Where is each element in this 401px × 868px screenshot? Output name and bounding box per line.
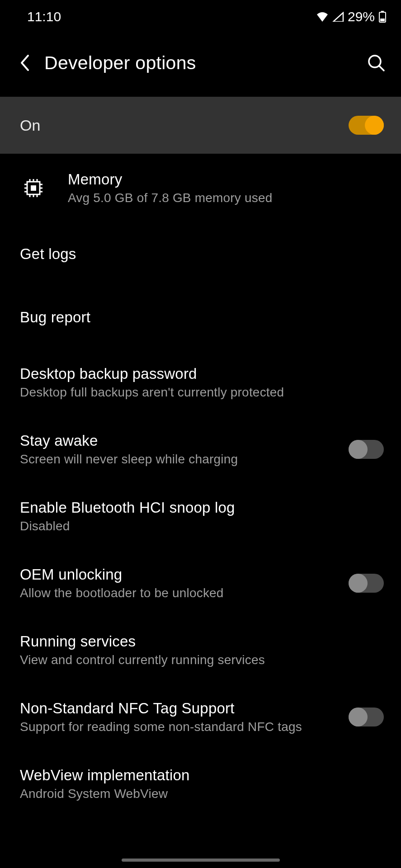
svg-line-4 bbox=[379, 66, 384, 71]
setting-title: Non-Standard NFC Tag Support bbox=[20, 700, 340, 717]
wifi-icon bbox=[316, 12, 329, 22]
back-button[interactable] bbox=[14, 52, 36, 74]
nav-bar-indicator[interactable] bbox=[122, 859, 280, 862]
setting-subtitle: Allow the bootloader to be unlocked bbox=[20, 586, 340, 600]
setting-item-nfc-tag[interactable]: Non-Standard NFC Tag Support Support for… bbox=[0, 684, 401, 750]
setting-item-oem-unlocking[interactable]: OEM unlocking Allow the bootloader to be… bbox=[0, 550, 401, 617]
setting-item-stay-awake[interactable]: Stay awake Screen will never sleep while… bbox=[0, 416, 401, 483]
header: Developer options bbox=[0, 29, 401, 97]
stay-awake-toggle[interactable] bbox=[349, 440, 384, 459]
setting-title: Desktop backup password bbox=[20, 365, 384, 382]
svg-rect-2 bbox=[380, 19, 385, 21]
setting-item-bug-report[interactable]: Bug report bbox=[0, 286, 401, 349]
toggle-knob bbox=[365, 116, 384, 135]
svg-rect-1 bbox=[381, 11, 384, 12]
setting-item-webview[interactable]: WebView implementation Android System We… bbox=[0, 750, 401, 817]
setting-title: Enable Bluetooth HCI snoop log bbox=[20, 499, 384, 516]
setting-title: WebView implementation bbox=[20, 767, 384, 784]
setting-text: Stay awake Screen will never sleep while… bbox=[20, 432, 340, 467]
setting-title: Get logs bbox=[20, 245, 384, 263]
setting-item-get-logs[interactable]: Get logs bbox=[0, 222, 401, 286]
signal-icon bbox=[332, 12, 344, 22]
setting-title: OEM unlocking bbox=[20, 566, 340, 583]
battery-percent: 29% bbox=[348, 9, 375, 24]
master-toggle-label: On bbox=[20, 117, 40, 134]
battery-icon bbox=[378, 10, 387, 23]
search-icon bbox=[367, 54, 385, 72]
setting-text: Running services View and control curren… bbox=[20, 633, 384, 667]
oem-unlocking-toggle[interactable] bbox=[349, 574, 384, 593]
page-title: Developer options bbox=[44, 52, 365, 74]
toggle-knob bbox=[349, 440, 368, 459]
master-toggle-switch[interactable] bbox=[349, 116, 384, 135]
chevron-left-icon bbox=[19, 54, 31, 72]
setting-item-desktop-backup[interactable]: Desktop backup password Desktop full bac… bbox=[0, 349, 401, 416]
setting-subtitle: Desktop full backups aren't currently pr… bbox=[20, 385, 384, 400]
status-bar: 11:10 29% bbox=[0, 0, 401, 29]
setting-title: Bug report bbox=[20, 309, 384, 326]
status-right: 29% bbox=[316, 9, 387, 24]
setting-item-memory[interactable]: Memory Avg 5.0 GB of 7.8 GB memory used bbox=[0, 154, 401, 222]
setting-title: Running services bbox=[20, 633, 384, 650]
setting-subtitle: Android System WebView bbox=[20, 787, 384, 801]
memory-icon bbox=[20, 175, 47, 202]
setting-text: Memory Avg 5.0 GB of 7.8 GB memory used bbox=[68, 171, 384, 205]
setting-text: Get logs bbox=[20, 245, 384, 263]
setting-subtitle: Avg 5.0 GB of 7.8 GB memory used bbox=[68, 191, 384, 205]
toggle-knob bbox=[349, 574, 368, 593]
setting-subtitle: Disabled bbox=[20, 519, 384, 533]
setting-text: Enable Bluetooth HCI snoop log Disabled bbox=[20, 499, 384, 533]
status-time: 11:10 bbox=[27, 9, 61, 24]
toggle-knob bbox=[349, 708, 368, 726]
setting-text: Bug report bbox=[20, 309, 384, 326]
setting-subtitle: Screen will never sleep while charging bbox=[20, 452, 340, 467]
settings-list: Memory Avg 5.0 GB of 7.8 GB memory used … bbox=[0, 154, 401, 817]
setting-text: WebView implementation Android System We… bbox=[20, 767, 384, 801]
setting-subtitle: Support for reading some non-standard NF… bbox=[20, 720, 340, 734]
search-button[interactable] bbox=[365, 52, 387, 74]
setting-title: Memory bbox=[68, 171, 384, 188]
setting-item-bluetooth-hci[interactable]: Enable Bluetooth HCI snoop log Disabled bbox=[0, 483, 401, 550]
setting-subtitle: View and control currently running servi… bbox=[20, 653, 384, 667]
setting-text: OEM unlocking Allow the bootloader to be… bbox=[20, 566, 340, 600]
setting-text: Desktop backup password Desktop full bac… bbox=[20, 365, 384, 400]
setting-text: Non-Standard NFC Tag Support Support for… bbox=[20, 700, 340, 734]
nfc-tag-toggle[interactable] bbox=[349, 708, 384, 726]
svg-rect-6 bbox=[31, 185, 36, 191]
setting-title: Stay awake bbox=[20, 432, 340, 449]
master-toggle-row[interactable]: On bbox=[0, 97, 401, 154]
setting-item-running-services[interactable]: Running services View and control curren… bbox=[0, 617, 401, 684]
